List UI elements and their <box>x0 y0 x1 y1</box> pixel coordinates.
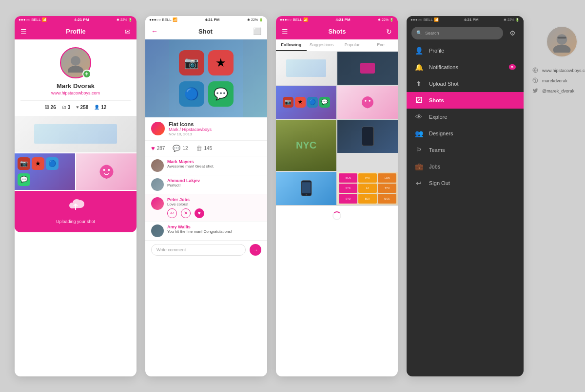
back-icon[interactable]: ← <box>151 27 158 35</box>
search-icon: 🔍 <box>416 30 422 36</box>
shot-thumb-pink[interactable] <box>76 153 136 190</box>
svg-rect-8 <box>302 182 311 193</box>
following-icon: 👤 <box>94 105 99 110</box>
menu-item-designers[interactable]: 👥 Designers <box>407 125 524 142</box>
menu-item-shots[interactable]: 🖼 Shots <box>407 92 524 109</box>
settings-icon[interactable]: ⚙ <box>506 27 519 39</box>
tab-popular[interactable]: Popular <box>337 39 368 51</box>
stat-following: 👤 12 <box>94 105 106 110</box>
upload-section: Uploading your shot <box>15 191 136 232</box>
menu-item-explore[interactable]: 👁 Explore <box>407 109 524 125</box>
time-3: 4:21 PM <box>335 18 350 22</box>
phone-menu: ●●●○○ BELL 📶 4:21 PM ✱ 22% 🔋 🔍 Search ⚙ … <box>407 16 524 376</box>
profile-url[interactable]: www.hipstacowboys.com <box>51 91 100 95</box>
buckets-count: 3 <box>68 105 71 110</box>
phone-shots-grid: ●●●○○ BELL 📶 4:21 PM ✱ 22% 🔋 ☰ Shots ↻ F… <box>276 16 398 376</box>
tab-following[interactable]: Following <box>276 39 307 51</box>
tab-suggestions[interactable]: Suggestions <box>307 39 337 51</box>
stat-likes: ♥ 258 <box>76 105 88 110</box>
bluetooth-icon: ✱ <box>117 18 119 22</box>
social-link-dribbble[interactable]: marekdvorak <box>532 77 585 84</box>
signal-dots: ●●●○○ <box>149 18 161 22</box>
reply-button[interactable]: ↩ <box>167 208 177 218</box>
right-profile-panel: www.hipstacowboys.com marekdvorak <box>532 16 585 376</box>
like-action[interactable]: ♥ 287 <box>151 145 165 152</box>
masonry-thumb-map[interactable]: BCN PAR LON NYC LA TYO SYD BER MOS <box>337 172 398 205</box>
mail-icon[interactable]: ✉ <box>125 28 131 36</box>
masonry-thumb-1[interactable] <box>276 52 336 85</box>
main-canvas: ●●●○○ BELL 📶 4:21 PM ✱ 22% 🔋 ☰ Profile ✉ <box>5 6 580 386</box>
battery-icon: 🔋 <box>128 18 133 22</box>
share-icon[interactable]: ⬜ <box>253 27 261 35</box>
comments-list: Mark Mayers Awesome man! Great shot. Ahm… <box>145 156 267 241</box>
time-4: 4:21 PM <box>464 18 478 22</box>
comment-input-bar: Write comment → <box>145 241 267 259</box>
masonry-thumb-3[interactable]: 📷 ★ 🔵 💬 <box>276 86 336 119</box>
shot-thumb-laptop[interactable] <box>15 116 136 152</box>
masonry-thumb-phone[interactable] <box>337 120 398 153</box>
menu-item-upload[interactable]: ⬆ Upload Shot <box>407 75 524 92</box>
tab-events[interactable]: Eve... <box>368 39 398 51</box>
shot-thumb-icons[interactable]: 📷 ★ 🔵 💬 <box>15 153 75 190</box>
refresh-icon[interactable]: ↻ <box>386 28 392 36</box>
menu-shots-icon[interactable]: ☰ <box>282 28 288 36</box>
carrier-label: BELL <box>31 18 41 22</box>
trash-icon: 🗑 <box>196 145 202 152</box>
menu-label-upload: Upload Shot <box>429 81 516 87</box>
profile-section: + Mark Dvorak www.hipstacowboys.com 🖼 26… <box>15 39 136 116</box>
status-bar-4: ●●●○○ BELL 📶 4:21 PM ✱ 22% 🔋 <box>407 16 524 24</box>
following-count: 12 <box>101 105 106 110</box>
commenter-name-4: Amy Wallis <box>167 224 261 229</box>
masonry-thumb-4[interactable] <box>337 86 398 119</box>
comment-action[interactable]: 💬 12 <box>173 145 188 152</box>
svg-point-0 <box>71 56 80 66</box>
menu-item-profile[interactable]: 👤 Profile <box>407 42 524 59</box>
shot-author[interactable]: Mark / Hipstacowboys <box>169 127 212 132</box>
status-bar-2: ●●●○○ BELL 📶 4:21 PM ✱ 22% 🔋 <box>145 16 267 24</box>
comment-item-3: Peter Jobs Love colors! ↩ ✕ ♥ <box>145 194 267 222</box>
menu-item-notifications[interactable]: 🔔 Notifications 5 <box>407 59 524 75</box>
menu-list: 👤 Profile 🔔 Notifications 5 ⬆ Upload Sho… <box>407 42 524 191</box>
avatar-wrap: + <box>60 47 91 78</box>
svg-point-5 <box>365 100 367 102</box>
stat-buckets: 🗂 3 <box>62 105 71 110</box>
likes-count: 287 <box>157 146 165 151</box>
jobs-icon: 💼 <box>414 163 423 170</box>
masonry-thumb-nyc[interactable]: NYC <box>276 120 336 171</box>
commenter-avatar-2 <box>151 178 164 191</box>
menu-icon[interactable]: ☰ <box>20 28 27 36</box>
masonry-thumb-mobile[interactable] <box>276 172 336 205</box>
commenter-name-1: Mark Mayers <box>167 159 261 164</box>
shot-info-section: Flat Icons Mark / Hipstacowboys Nov 10, … <box>145 117 267 141</box>
view-action[interactable]: 🗑 145 <box>196 145 213 152</box>
status-bar-1: ●●●○○ BELL 📶 4:21 PM ✱ 22% 🔋 <box>15 16 136 24</box>
comment-text-3: Love colors! <box>167 202 261 207</box>
photos-icon: 🖼 <box>45 105 49 110</box>
menu-search-bar: 🔍 Search ⚙ <box>407 24 524 42</box>
social-link-twitter[interactable]: @marek_dvorak <box>532 88 585 94</box>
teams-icon: 🏳 <box>414 146 423 154</box>
menu-label-shots: Shots <box>429 97 516 103</box>
comment-icon: 💬 <box>173 145 180 152</box>
comment-input-field[interactable]: Write comment <box>151 244 246 256</box>
menu-item-signout[interactable]: ↩ Sign Out <box>407 175 524 191</box>
search-input[interactable]: 🔍 Search <box>411 27 503 39</box>
person-icon: 👤 <box>414 47 423 55</box>
dismiss-button[interactable]: ✕ <box>181 208 191 218</box>
upload-icon: ⬆ <box>414 80 423 88</box>
menu-label-profile: Profile <box>429 48 516 54</box>
masonry-thumb-2[interactable] <box>337 52 398 85</box>
menu-label-designers: Designers <box>429 131 516 136</box>
stat-photos: 🖼 26 <box>45 105 56 110</box>
menu-item-teams[interactable]: 🏳 Teams <box>407 142 524 158</box>
like-comment-button[interactable]: ♥ <box>195 208 204 218</box>
battery-label: 22% <box>120 18 127 21</box>
menu-label-explore: Explore <box>429 114 516 120</box>
comment-item-1: Mark Mayers Awesome man! Great shot. <box>145 156 267 175</box>
phone-shot-detail: ●●●○○ BELL 📶 4:21 PM ✱ 22% 🔋 ← Shot ⬜ 📷 <box>145 16 267 376</box>
app-icon-instagram: 📷 <box>18 157 30 170</box>
social-link-website[interactable]: www.hipstacowboys.com <box>532 67 585 74</box>
send-comment-button[interactable]: → <box>250 244 261 256</box>
menu-item-jobs[interactable]: 💼 Jobs <box>407 158 524 175</box>
add-photo-button[interactable]: + <box>82 70 91 78</box>
